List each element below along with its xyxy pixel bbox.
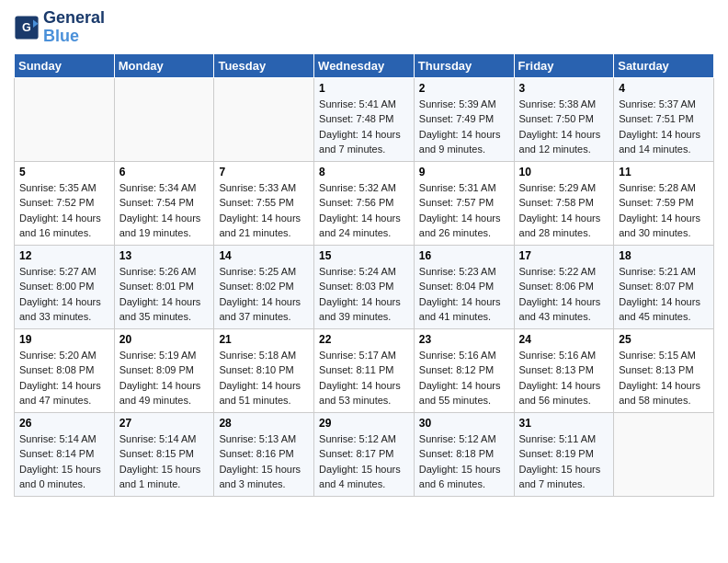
day-number: 6 xyxy=(119,166,210,178)
sunset-text: Sunset: 8:18 PM xyxy=(419,448,494,459)
sunrise-text: Sunrise: 5:35 AM xyxy=(19,182,97,193)
daylight-text: Daylight: 14 hours and 37 minutes. xyxy=(219,296,301,323)
day-info: Sunrise: 5:26 AM Sunset: 8:01 PM Dayligh… xyxy=(119,264,210,325)
sunrise-text: Sunrise: 5:21 AM xyxy=(619,266,696,277)
sunrise-text: Sunrise: 5:41 AM xyxy=(319,98,396,109)
daylight-text: Daylight: 14 hours and 12 minutes. xyxy=(519,129,601,155)
calendar-cell: 25 Sunrise: 5:15 AM Sunset: 8:13 PM Dayl… xyxy=(614,328,714,412)
calendar-cell: 23 Sunrise: 5:16 AM Sunset: 8:12 PM Dayl… xyxy=(414,328,514,412)
day-number: 28 xyxy=(219,417,309,430)
weekday-header-friday: Friday xyxy=(514,53,614,77)
day-number: 4 xyxy=(619,82,709,95)
weekday-header-thursday: Thursday xyxy=(414,53,514,77)
sunrise-text: Sunrise: 5:12 AM xyxy=(419,433,496,444)
daylight-text: Daylight: 14 hours and 45 minutes. xyxy=(619,296,700,323)
calendar-cell: 11 Sunrise: 5:28 AM Sunset: 7:59 PM Dayl… xyxy=(614,161,714,245)
calendar-cell: 26 Sunrise: 5:14 AM Sunset: 8:14 PM Dayl… xyxy=(15,412,115,496)
day-info: Sunrise: 5:15 AM Sunset: 8:13 PM Dayligh… xyxy=(619,348,709,408)
sunset-text: Sunset: 8:10 PM xyxy=(219,364,293,375)
sunrise-text: Sunrise: 5:16 AM xyxy=(519,350,597,361)
sunset-text: Sunset: 7:59 PM xyxy=(619,197,693,208)
daylight-text: Daylight: 15 hours and 0 minutes. xyxy=(19,464,101,490)
calendar-cell: 14 Sunrise: 5:25 AM Sunset: 8:02 PM Dayl… xyxy=(214,245,314,328)
sunset-text: Sunset: 7:58 PM xyxy=(519,197,594,208)
day-number: 3 xyxy=(519,82,609,95)
calendar-cell: 16 Sunrise: 5:23 AM Sunset: 8:04 PM Dayl… xyxy=(414,245,514,328)
day-info: Sunrise: 5:32 AM Sunset: 7:56 PM Dayligh… xyxy=(319,180,409,241)
sunrise-text: Sunrise: 5:32 AM xyxy=(319,182,396,193)
day-info: Sunrise: 5:14 AM Sunset: 8:15 PM Dayligh… xyxy=(119,431,210,492)
calendar-cell: 13 Sunrise: 5:26 AM Sunset: 8:01 PM Dayl… xyxy=(114,245,214,328)
day-number: 1 xyxy=(319,82,409,95)
daylight-text: Daylight: 14 hours and 30 minutes. xyxy=(619,213,700,239)
daylight-text: Daylight: 14 hours and 47 minutes. xyxy=(19,380,101,407)
sunrise-text: Sunrise: 5:17 AM xyxy=(319,350,396,361)
sunrise-text: Sunrise: 5:38 AM xyxy=(519,98,597,109)
weekday-header-wednesday: Wednesday xyxy=(314,53,415,77)
calendar-cell: 21 Sunrise: 5:18 AM Sunset: 8:10 PM Dayl… xyxy=(214,328,314,412)
daylight-text: Daylight: 15 hours and 7 minutes. xyxy=(519,464,601,490)
daylight-text: Daylight: 14 hours and 21 minutes. xyxy=(219,213,301,239)
day-info: Sunrise: 5:37 AM Sunset: 7:51 PM Dayligh… xyxy=(619,97,709,157)
sunrise-text: Sunrise: 5:22 AM xyxy=(519,266,597,277)
svg-text:G: G xyxy=(22,21,31,34)
calendar-cell: 31 Sunrise: 5:11 AM Sunset: 8:19 PM Dayl… xyxy=(514,412,614,496)
sunrise-text: Sunrise: 5:20 AM xyxy=(19,350,97,361)
sunset-text: Sunset: 8:08 PM xyxy=(19,364,94,375)
logo-text: GeneralBlue xyxy=(43,9,105,46)
weekday-header-monday: Monday xyxy=(114,53,214,77)
daylight-text: Daylight: 14 hours and 39 minutes. xyxy=(319,296,401,323)
day-info: Sunrise: 5:16 AM Sunset: 8:13 PM Dayligh… xyxy=(519,348,609,408)
sunset-text: Sunset: 8:00 PM xyxy=(19,281,94,292)
day-number: 30 xyxy=(419,417,509,430)
calendar-cell: 5 Sunrise: 5:35 AM Sunset: 7:52 PM Dayli… xyxy=(15,161,115,245)
day-number: 23 xyxy=(419,333,509,346)
daylight-text: Daylight: 14 hours and 56 minutes. xyxy=(519,380,601,407)
day-info: Sunrise: 5:18 AM Sunset: 8:10 PM Dayligh… xyxy=(219,348,309,408)
calendar-cell: 20 Sunrise: 5:19 AM Sunset: 8:09 PM Dayl… xyxy=(114,328,214,412)
calendar-week-4: 19 Sunrise: 5:20 AM Sunset: 8:08 PM Dayl… xyxy=(15,328,714,412)
weekday-header-sunday: Sunday xyxy=(15,53,115,77)
sunrise-text: Sunrise: 5:14 AM xyxy=(19,433,97,444)
day-number: 31 xyxy=(519,417,609,430)
sunset-text: Sunset: 8:09 PM xyxy=(119,364,194,375)
sunrise-text: Sunrise: 5:15 AM xyxy=(619,350,696,361)
sunset-text: Sunset: 8:17 PM xyxy=(319,448,393,459)
calendar-cell: 17 Sunrise: 5:22 AM Sunset: 8:06 PM Dayl… xyxy=(514,245,614,328)
day-number: 26 xyxy=(19,417,109,430)
sunrise-text: Sunrise: 5:25 AM xyxy=(219,266,296,277)
daylight-text: Daylight: 14 hours and 14 minutes. xyxy=(619,129,700,155)
calendar-header: SundayMondayTuesdayWednesdayThursdayFrid… xyxy=(15,53,714,77)
logo: G GeneralBlue xyxy=(14,9,105,46)
sunset-text: Sunset: 7:50 PM xyxy=(519,113,594,124)
page-header: G GeneralBlue xyxy=(14,9,714,46)
sunset-text: Sunset: 8:02 PM xyxy=(219,281,293,292)
day-number: 12 xyxy=(19,249,109,262)
day-number: 5 xyxy=(19,166,109,178)
sunset-text: Sunset: 8:06 PM xyxy=(519,281,594,292)
sunrise-text: Sunrise: 5:19 AM xyxy=(119,350,197,361)
sunset-text: Sunset: 8:14 PM xyxy=(19,448,94,459)
day-info: Sunrise: 5:39 AM Sunset: 7:49 PM Dayligh… xyxy=(419,97,509,157)
day-number: 13 xyxy=(119,249,210,262)
day-info: Sunrise: 5:12 AM Sunset: 8:17 PM Dayligh… xyxy=(319,431,409,492)
daylight-text: Daylight: 15 hours and 1 minute. xyxy=(119,464,201,490)
daylight-text: Daylight: 15 hours and 4 minutes. xyxy=(319,464,401,490)
sunset-text: Sunset: 7:51 PM xyxy=(619,113,693,124)
calendar-cell: 7 Sunrise: 5:33 AM Sunset: 7:55 PM Dayli… xyxy=(214,161,314,245)
sunrise-text: Sunrise: 5:24 AM xyxy=(319,266,396,277)
sunrise-text: Sunrise: 5:18 AM xyxy=(219,350,296,361)
calendar-week-2: 5 Sunrise: 5:35 AM Sunset: 7:52 PM Dayli… xyxy=(15,161,714,245)
sunset-text: Sunset: 8:13 PM xyxy=(519,364,594,375)
calendar-cell: 22 Sunrise: 5:17 AM Sunset: 8:11 PM Dayl… xyxy=(314,328,415,412)
calendar-cell: 15 Sunrise: 5:24 AM Sunset: 8:03 PM Dayl… xyxy=(314,245,415,328)
calendar-cell: 3 Sunrise: 5:38 AM Sunset: 7:50 PM Dayli… xyxy=(514,77,614,161)
calendar-cell: 8 Sunrise: 5:32 AM Sunset: 7:56 PM Dayli… xyxy=(314,161,415,245)
weekday-header-saturday: Saturday xyxy=(614,53,714,77)
day-info: Sunrise: 5:21 AM Sunset: 8:07 PM Dayligh… xyxy=(619,264,709,325)
calendar-week-5: 26 Sunrise: 5:14 AM Sunset: 8:14 PM Dayl… xyxy=(15,412,714,496)
calendar-cell: 2 Sunrise: 5:39 AM Sunset: 7:49 PM Dayli… xyxy=(414,77,514,161)
sunset-text: Sunset: 8:16 PM xyxy=(219,448,293,459)
sunset-text: Sunset: 7:56 PM xyxy=(319,197,393,208)
day-number: 11 xyxy=(619,166,709,178)
